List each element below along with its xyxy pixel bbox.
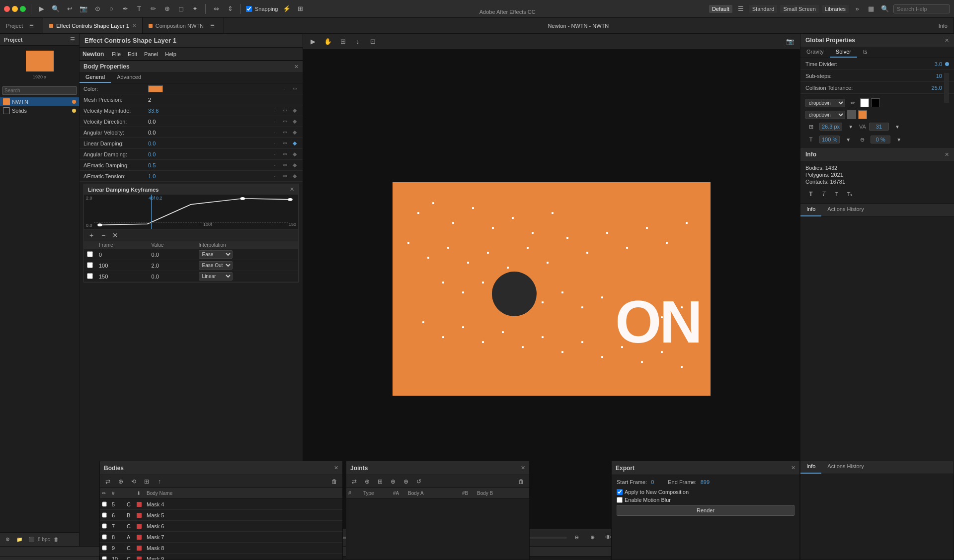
ang-damp-reset[interactable]: · (271, 150, 279, 158)
advanced-tab[interactable]: Advanced (111, 72, 147, 83)
dark-swatch[interactable] (847, 110, 856, 119)
vel-mag-reset[interactable]: · (271, 107, 279, 115)
snap-tool-btn[interactable]: ↓ (352, 36, 364, 48)
scale-y-value[interactable]: 0 % (871, 136, 890, 143)
scale-x-value[interactable]: 100 % (819, 136, 840, 143)
clear-keyframes-btn[interactable]: ✕ (111, 231, 120, 240)
ae-tens-reset[interactable]: · (271, 172, 279, 180)
project-item-solids[interactable]: Solids (0, 106, 79, 115)
ang-vel-link[interactable]: ⇔ (281, 129, 289, 137)
zoom-tool-icon[interactable]: 🔍 (50, 3, 61, 14)
mesh-precision-value[interactable]: 2 (148, 97, 299, 103)
grid-tool-btn[interactable]: ⊞ (337, 36, 349, 48)
snapping-checkbox[interactable] (246, 6, 252, 12)
kf-close[interactable]: ✕ (290, 186, 294, 193)
pen-tool-icon[interactable]: ✒ (120, 3, 131, 14)
kf-checkbox-2[interactable] (87, 273, 93, 279)
orbit-tool-icon[interactable]: ⊙ (92, 3, 103, 14)
puppet-tool-icon[interactable]: ✦ (189, 3, 200, 14)
arrow-tool-icon[interactable]: ▶ (36, 3, 47, 14)
lin-damp-reset[interactable]: · (271, 140, 279, 147)
kf-value-2[interactable]: 0.0 (149, 271, 196, 282)
kf-interp-0[interactable]: EaseEase InEase OutLinear (199, 250, 233, 259)
dist-tool-icon[interactable]: ⇕ (225, 3, 236, 14)
text-sub-icon[interactable]: T₁ (844, 189, 855, 200)
color-reset[interactable]: · (281, 85, 289, 93)
ae-tens-value[interactable]: 1.0 (148, 173, 271, 179)
ang-damp-link[interactable]: ⇔ (281, 150, 289, 158)
info-tab[interactable]: Info (933, 18, 954, 33)
resize-icon[interactable]: ⊞ (805, 121, 816, 132)
newton-help-menu[interactable]: Help (162, 50, 179, 58)
vel-mag-value[interactable]: 33.6 (148, 108, 271, 114)
size-x-value[interactable]: 26.3 px (819, 123, 842, 131)
kf-interp-2[interactable]: EaseEase InEase OutLinear (199, 272, 233, 280)
lin-damp-key[interactable]: ◆ (291, 140, 299, 147)
size-y-value[interactable]: 31 (869, 123, 889, 131)
track-tool-btn[interactable]: ⊡ (367, 36, 379, 48)
orange-swatch-sm[interactable] (858, 110, 867, 119)
project-tab[interactable]: Project ☰ (0, 18, 43, 33)
time-divider-dot[interactable] (945, 62, 949, 66)
ts-tab[interactable]: ts (857, 47, 874, 58)
color-swatch[interactable] (148, 85, 163, 92)
vel-mag-key[interactable]: ◆ (291, 107, 299, 115)
text-tool-icon[interactable]: T (134, 3, 145, 14)
new-composition-icon[interactable]: ⬛ (26, 534, 37, 545)
body-check-9[interactable] (102, 557, 107, 560)
camera-icon[interactable]: 📷 (784, 36, 796, 48)
workspace-menu-icon[interactable]: ☰ (735, 3, 746, 14)
solver-tab[interactable]: Solver (830, 47, 857, 58)
add-keyframe-btn[interactable]: + (87, 231, 96, 240)
interpret-footage-icon[interactable]: ⚙ (2, 534, 13, 545)
project-search-input[interactable] (2, 86, 77, 95)
comp-tab-menu[interactable]: ☰ (207, 20, 218, 31)
text-scale-icon[interactable]: T (805, 134, 816, 145)
search-input[interactable] (897, 6, 947, 12)
vp-zoom-in[interactable]: ⊕ (587, 532, 599, 544)
minimize-button[interactable] (12, 6, 18, 12)
ang-damp-value[interactable]: 0.0 (148, 151, 271, 157)
layout-icon[interactable]: ▦ (866, 3, 876, 14)
ang-vel-key[interactable]: ◆ (291, 129, 299, 137)
ae-damp-link[interactable]: ⇔ (281, 161, 289, 169)
scale-down-icon[interactable]: ▼ (843, 134, 854, 145)
black-swatch[interactable] (871, 98, 880, 107)
global-props-close[interactable]: ✕ (945, 37, 949, 44)
kf-checkbox-1[interactable] (87, 262, 93, 268)
new-folder-icon[interactable]: 📁 (14, 534, 25, 545)
shape-tool-icon[interactable]: ○ (106, 3, 117, 14)
general-tab[interactable]: General (80, 72, 111, 83)
white-swatch[interactable] (860, 98, 869, 107)
select-tool-btn[interactable]: ▶ (307, 36, 319, 48)
body-props-close[interactable]: ✕ (294, 64, 299, 70)
search-box[interactable] (893, 4, 950, 13)
scale-down2-icon[interactable]: ▼ (893, 134, 904, 145)
eraser-tool-icon[interactable]: ◻ (175, 3, 186, 14)
down-arrow-icon[interactable]: ▼ (845, 121, 856, 132)
collision-value[interactable]: 25.0 (922, 85, 942, 91)
kf-value-0[interactable]: 0.0 (149, 249, 196, 260)
vel-dir-key[interactable]: ◆ (291, 118, 299, 126)
newton-file-menu[interactable]: File (109, 50, 124, 58)
clone-tool-icon[interactable]: ⊕ (161, 3, 172, 14)
more-icon[interactable]: » (852, 3, 863, 14)
ae-damp-value[interactable]: 0.5 (148, 162, 271, 168)
kf-checkbox-0[interactable] (87, 251, 93, 257)
vp-zoom-out[interactable]: ⊖ (571, 532, 583, 544)
ang-vel-value[interactable]: 0.0 (148, 130, 271, 136)
effect-tab-close[interactable]: ✕ (132, 23, 136, 28)
brush-tool-icon[interactable]: ✏ (148, 3, 159, 14)
color-link[interactable]: ⇔ (291, 85, 299, 93)
libraries-btn[interactable]: Libraries (822, 5, 849, 13)
composition-tab[interactable]: Composition NWTN ☰ (143, 18, 224, 33)
time-divider-value[interactable]: 3.0 (922, 61, 942, 67)
color-dropdown-1[interactable]: dropdown (805, 99, 845, 107)
search-icon[interactable]: 🔍 (879, 3, 890, 14)
project-menu-icon[interactable]: ☰ (70, 36, 75, 43)
default-workspace[interactable]: Default (709, 5, 732, 13)
ae-tens-link[interactable]: ⇔ (281, 172, 289, 180)
gravity-tab[interactable]: Gravity (800, 47, 830, 58)
scale-icon2[interactable]: ⊖ (857, 134, 868, 145)
vel-dir-link[interactable]: ⇔ (281, 118, 289, 126)
